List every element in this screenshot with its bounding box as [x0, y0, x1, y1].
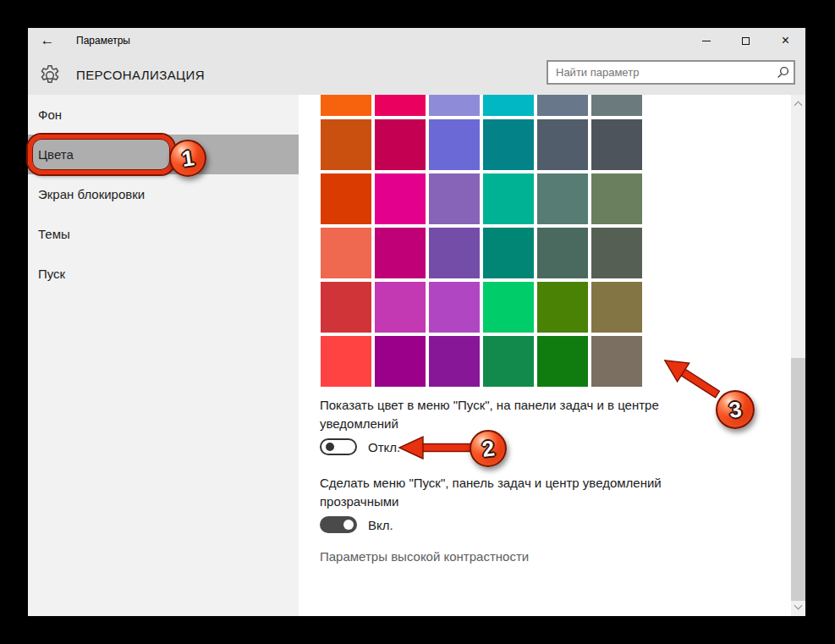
page-title: ПЕРСОНАЛИЗАЦИЯ [76, 68, 205, 82]
color-swatch-r4c3[interactable] [429, 228, 480, 278]
color-swatch-r5c2[interactable] [375, 282, 426, 333]
scrollbar-thumb[interactable] [791, 358, 805, 601]
color-swatch-r6c3[interactable] [429, 336, 480, 387]
color-swatch-r5c5[interactable] [537, 282, 588, 333]
high-contrast-link[interactable]: Параметры высокой контрастности [320, 549, 529, 564]
color-swatch-r3c6[interactable] [591, 173, 642, 224]
settings-window: ← Параметры × ПЕРСОНАЛИЗАЦИЯ ФонЦветаЭкр… [28, 28, 805, 616]
color-swatch-r3c4[interactable] [483, 173, 534, 224]
color-swatch-r1c5[interactable] [537, 95, 588, 116]
transparency-label: Сделать меню "Пуск", панель задач и цент… [320, 474, 685, 511]
search-box [547, 60, 795, 85]
back-icon: ← [41, 32, 55, 49]
color-swatch-r4c5[interactable] [537, 228, 588, 278]
minimize-icon [702, 41, 711, 41]
sidebar-item-3[interactable]: Экран блокировки [28, 174, 299, 214]
color-swatch-r1c6[interactable] [591, 95, 642, 116]
toggle-knob [343, 520, 354, 530]
sidebar-item-1[interactable]: Фон [28, 95, 299, 135]
color-swatch-r6c4[interactable] [483, 336, 534, 387]
show-color-label: Показать цвет в меню "Пуск", на панели з… [320, 396, 675, 433]
color-swatch-r2c1[interactable] [321, 119, 371, 170]
color-swatch-r4c2[interactable] [375, 228, 426, 278]
color-swatch-r3c1[interactable] [321, 173, 371, 224]
color-swatch-r6c5[interactable] [537, 336, 588, 387]
color-swatch-r4c6[interactable] [591, 228, 642, 278]
color-swatch-r4c4[interactable] [483, 228, 534, 278]
scroll-down-icon[interactable] [794, 602, 803, 610]
transparency-state-label: Вкл. [368, 518, 393, 532]
color-swatch-r1c4[interactable] [483, 95, 534, 116]
color-swatch-r3c2[interactable] [375, 173, 426, 224]
color-swatch-r6c1[interactable] [321, 336, 371, 387]
maximize-button[interactable] [726, 28, 766, 53]
color-swatch-r1c1[interactable] [321, 95, 371, 116]
color-swatch-r2c5[interactable] [537, 119, 588, 170]
sidebar-item-5[interactable]: Пуск [28, 254, 299, 294]
minimize-button[interactable] [686, 28, 726, 53]
color-swatch-r6c2[interactable] [375, 336, 426, 387]
back-button[interactable]: ← [28, 28, 67, 53]
show-color-toggle[interactable] [320, 438, 357, 455]
sidebar-item-2[interactable]: Цвета [28, 135, 299, 174]
color-swatch-r5c4[interactable] [483, 282, 534, 333]
toggle-knob [326, 443, 334, 451]
sidebar-item-4[interactable]: Темы [28, 214, 299, 254]
color-swatch-r3c3[interactable] [429, 173, 480, 224]
window-chrome: ← Параметры × ПЕРСОНАЛИЗАЦИЯ [28, 28, 805, 95]
titlebar: ← Параметры × [28, 28, 805, 53]
transparency-toggle[interactable] [320, 516, 357, 533]
color-swatch-r2c4[interactable] [483, 119, 534, 170]
window-controls: × [686, 28, 805, 53]
gear-icon [38, 63, 62, 87]
color-swatch-r3c5[interactable] [537, 173, 588, 224]
scroll-up-icon[interactable] [794, 102, 803, 110]
show-color-state-label: Откл. [368, 440, 400, 454]
color-swatch-r2c3[interactable] [429, 119, 480, 170]
window-title: Параметры [76, 35, 130, 47]
color-swatch-r2c6[interactable] [591, 119, 642, 170]
color-swatch-r4c1[interactable] [321, 228, 371, 278]
transparency-toggle-row: Вкл. [320, 516, 393, 533]
screenshot-root: { "window": { "title": "Параметры", "ico… [0, 0, 835, 644]
accent-color-grid [321, 95, 642, 388]
content-panel: Показать цвет в меню "Пуск", на панели з… [299, 95, 791, 616]
color-swatch-r2c2[interactable] [375, 119, 426, 170]
maximize-icon [742, 37, 750, 45]
color-swatch-r5c1[interactable] [321, 282, 371, 333]
close-button[interactable]: × [766, 28, 805, 53]
color-swatch-r6c6[interactable] [591, 336, 642, 387]
close-icon: × [782, 34, 789, 47]
search-input[interactable] [548, 66, 775, 79]
color-swatch-r5c6[interactable] [591, 282, 642, 333]
color-swatch-r1c3[interactable] [429, 95, 480, 116]
color-swatch-r5c3[interactable] [429, 282, 480, 333]
sidebar-nav: ФонЦветаЭкран блокировкиТемыПуск [28, 95, 299, 616]
color-swatch-r1c2[interactable] [375, 95, 426, 116]
scrollbar [791, 95, 805, 616]
show-color-toggle-row: Откл. [320, 438, 400, 455]
search-icon [775, 66, 794, 80]
